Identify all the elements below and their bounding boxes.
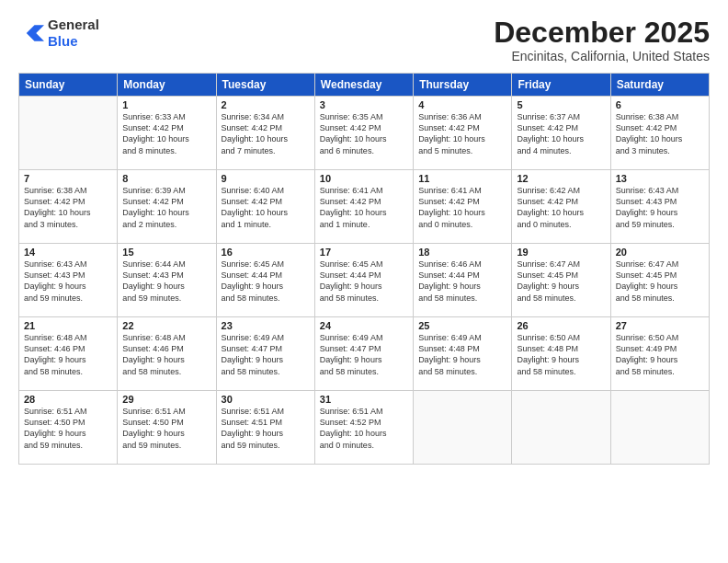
day-number: 31 xyxy=(320,394,408,405)
calendar-cell: 17Sunrise: 6:45 AM Sunset: 4:44 PM Dayli… xyxy=(314,244,413,317)
day-number: 2 xyxy=(222,99,310,110)
day-number: 30 xyxy=(222,394,310,405)
day-info: Sunrise: 6:44 AM Sunset: 4:43 PM Dayligh… xyxy=(122,259,210,304)
day-info: Sunrise: 6:48 AM Sunset: 4:46 PM Dayligh… xyxy=(122,332,210,377)
logo-blue: Blue xyxy=(48,33,99,50)
days-of-week-row: SundayMondayTuesdayWednesdayThursdayFrid… xyxy=(19,74,710,97)
calendar-week-row: 14Sunrise: 6:43 AM Sunset: 4:43 PM Dayli… xyxy=(19,244,710,317)
day-of-week-header: Thursday xyxy=(414,74,512,97)
calendar-cell: 8Sunrise: 6:39 AM Sunset: 4:42 PM Daylig… xyxy=(118,170,216,244)
day-info: Sunrise: 6:46 AM Sunset: 4:44 PM Dayligh… xyxy=(418,259,506,304)
calendar-cell: 28Sunrise: 6:51 AM Sunset: 4:50 PM Dayli… xyxy=(19,391,118,465)
day-number: 14 xyxy=(24,247,112,258)
day-info: Sunrise: 6:41 AM Sunset: 4:42 PM Dayligh… xyxy=(320,185,408,230)
calendar-header: SundayMondayTuesdayWednesdayThursdayFrid… xyxy=(19,74,710,97)
calendar-cell: 2Sunrise: 6:34 AM Sunset: 4:42 PM Daylig… xyxy=(216,97,314,170)
day-info: Sunrise: 6:48 AM Sunset: 4:46 PM Dayligh… xyxy=(24,332,112,377)
day-number: 7 xyxy=(24,173,112,184)
calendar-week-row: 28Sunrise: 6:51 AM Sunset: 4:50 PM Dayli… xyxy=(19,391,710,465)
day-number: 18 xyxy=(418,247,506,258)
day-info: Sunrise: 6:50 AM Sunset: 4:49 PM Dayligh… xyxy=(616,332,704,377)
main-title: December 2025 xyxy=(494,17,710,49)
calendar-cell: 15Sunrise: 6:44 AM Sunset: 4:43 PM Dayli… xyxy=(118,244,216,317)
calendar-cell: 23Sunrise: 6:49 AM Sunset: 4:47 PM Dayli… xyxy=(216,317,314,391)
day-info: Sunrise: 6:49 AM Sunset: 4:47 PM Dayligh… xyxy=(222,332,310,377)
day-info: Sunrise: 6:35 AM Sunset: 4:42 PM Dayligh… xyxy=(320,111,408,156)
day-number: 6 xyxy=(616,99,704,110)
day-info: Sunrise: 6:51 AM Sunset: 4:50 PM Dayligh… xyxy=(24,406,112,451)
day-info: Sunrise: 6:40 AM Sunset: 4:42 PM Dayligh… xyxy=(222,185,310,230)
day-info: Sunrise: 6:42 AM Sunset: 4:42 PM Dayligh… xyxy=(517,185,605,230)
header: General Blue December 2025 Encinitas, Ca… xyxy=(18,17,710,63)
day-info: Sunrise: 6:38 AM Sunset: 4:42 PM Dayligh… xyxy=(616,111,704,156)
day-number: 22 xyxy=(122,320,210,331)
day-info: Sunrise: 6:39 AM Sunset: 4:42 PM Dayligh… xyxy=(122,185,210,230)
day-number: 21 xyxy=(24,320,112,331)
calendar-cell xyxy=(19,97,118,170)
day-number: 11 xyxy=(418,173,506,184)
day-info: Sunrise: 6:37 AM Sunset: 4:42 PM Dayligh… xyxy=(517,111,605,156)
day-number: 16 xyxy=(222,247,310,258)
day-of-week-header: Sunday xyxy=(19,74,118,97)
calendar-cell xyxy=(610,391,709,465)
logo: General Blue xyxy=(18,17,99,50)
day-of-week-header: Wednesday xyxy=(314,74,413,97)
day-info: Sunrise: 6:43 AM Sunset: 4:43 PM Dayligh… xyxy=(24,259,112,304)
calendar-cell: 18Sunrise: 6:46 AM Sunset: 4:44 PM Dayli… xyxy=(414,244,512,317)
day-number: 13 xyxy=(616,173,704,184)
day-number: 23 xyxy=(222,320,310,331)
calendar-week-row: 21Sunrise: 6:48 AM Sunset: 4:46 PM Dayli… xyxy=(19,317,710,391)
calendar-cell: 11Sunrise: 6:41 AM Sunset: 4:42 PM Dayli… xyxy=(414,170,512,244)
page: General Blue December 2025 Encinitas, Ca… xyxy=(0,0,728,563)
calendar-cell: 1Sunrise: 6:33 AM Sunset: 4:42 PM Daylig… xyxy=(118,97,216,170)
day-number: 15 xyxy=(122,247,210,258)
day-info: Sunrise: 6:36 AM Sunset: 4:42 PM Dayligh… xyxy=(418,111,506,156)
day-info: Sunrise: 6:51 AM Sunset: 4:52 PM Dayligh… xyxy=(320,406,408,451)
day-number: 12 xyxy=(517,173,605,184)
calendar-cell: 9Sunrise: 6:40 AM Sunset: 4:42 PM Daylig… xyxy=(216,170,314,244)
calendar-cell: 19Sunrise: 6:47 AM Sunset: 4:45 PM Dayli… xyxy=(512,244,610,317)
day-number: 29 xyxy=(122,394,210,405)
subtitle: Encinitas, California, United States xyxy=(494,49,710,63)
calendar-cell: 22Sunrise: 6:48 AM Sunset: 4:46 PM Dayli… xyxy=(118,317,216,391)
calendar-cell: 6Sunrise: 6:38 AM Sunset: 4:42 PM Daylig… xyxy=(610,97,709,170)
calendar-cell: 21Sunrise: 6:48 AM Sunset: 4:46 PM Dayli… xyxy=(19,317,118,391)
calendar-cell: 29Sunrise: 6:51 AM Sunset: 4:50 PM Dayli… xyxy=(118,391,216,465)
day-info: Sunrise: 6:50 AM Sunset: 4:48 PM Dayligh… xyxy=(517,332,605,377)
day-number: 17 xyxy=(320,247,408,258)
day-of-week-header: Saturday xyxy=(610,74,709,97)
calendar-cell: 3Sunrise: 6:35 AM Sunset: 4:42 PM Daylig… xyxy=(314,97,413,170)
calendar-cell: 20Sunrise: 6:47 AM Sunset: 4:45 PM Dayli… xyxy=(610,244,709,317)
day-info: Sunrise: 6:45 AM Sunset: 4:44 PM Dayligh… xyxy=(222,259,310,304)
calendar-cell: 10Sunrise: 6:41 AM Sunset: 4:42 PM Dayli… xyxy=(314,170,413,244)
day-number: 5 xyxy=(517,99,605,110)
day-of-week-header: Friday xyxy=(512,74,610,97)
day-number: 10 xyxy=(320,173,408,184)
day-number: 3 xyxy=(320,99,408,110)
logo-text: General Blue xyxy=(48,17,99,50)
day-info: Sunrise: 6:43 AM Sunset: 4:43 PM Dayligh… xyxy=(616,185,704,230)
day-number: 28 xyxy=(24,394,112,405)
calendar-cell: 7Sunrise: 6:38 AM Sunset: 4:42 PM Daylig… xyxy=(19,170,118,244)
calendar-cell: 24Sunrise: 6:49 AM Sunset: 4:47 PM Dayli… xyxy=(314,317,413,391)
day-info: Sunrise: 6:47 AM Sunset: 4:45 PM Dayligh… xyxy=(616,259,704,304)
calendar-cell: 31Sunrise: 6:51 AM Sunset: 4:52 PM Dayli… xyxy=(314,391,413,465)
day-info: Sunrise: 6:38 AM Sunset: 4:42 PM Dayligh… xyxy=(24,185,112,230)
logo-icon xyxy=(18,20,44,46)
calendar-cell: 4Sunrise: 6:36 AM Sunset: 4:42 PM Daylig… xyxy=(414,97,512,170)
day-info: Sunrise: 6:41 AM Sunset: 4:42 PM Dayligh… xyxy=(418,185,506,230)
calendar-cell: 14Sunrise: 6:43 AM Sunset: 4:43 PM Dayli… xyxy=(19,244,118,317)
day-info: Sunrise: 6:45 AM Sunset: 4:44 PM Dayligh… xyxy=(320,259,408,304)
calendar-cell xyxy=(414,391,512,465)
calendar-cell: 13Sunrise: 6:43 AM Sunset: 4:43 PM Dayli… xyxy=(610,170,709,244)
calendar-week-row: 1Sunrise: 6:33 AM Sunset: 4:42 PM Daylig… xyxy=(19,97,710,170)
calendar-cell xyxy=(512,391,610,465)
calendar-cell: 16Sunrise: 6:45 AM Sunset: 4:44 PM Dayli… xyxy=(216,244,314,317)
day-info: Sunrise: 6:51 AM Sunset: 4:50 PM Dayligh… xyxy=(122,406,210,451)
logo-general: General xyxy=(48,17,99,33)
day-of-week-header: Tuesday xyxy=(216,74,314,97)
day-info: Sunrise: 6:33 AM Sunset: 4:42 PM Dayligh… xyxy=(122,111,210,156)
calendar-cell: 30Sunrise: 6:51 AM Sunset: 4:51 PM Dayli… xyxy=(216,391,314,465)
day-number: 4 xyxy=(418,99,506,110)
calendar-week-row: 7Sunrise: 6:38 AM Sunset: 4:42 PM Daylig… xyxy=(19,170,710,244)
